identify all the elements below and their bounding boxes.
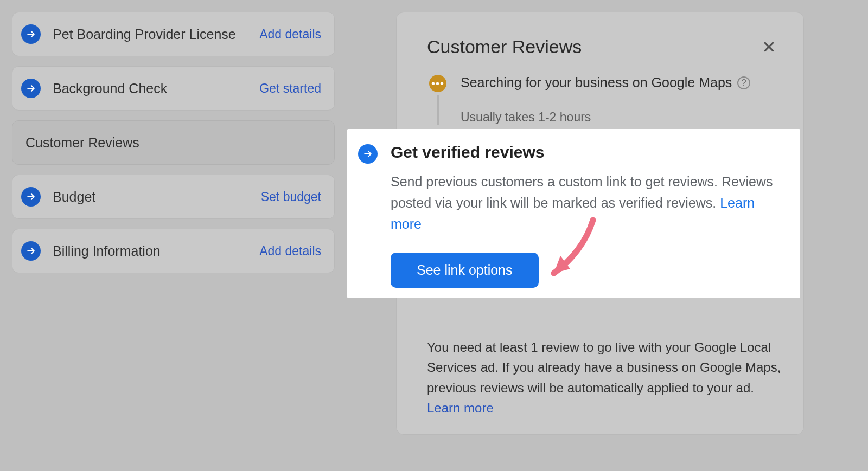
step-background-check[interactable]: Background Check Get started: [12, 66, 335, 111]
arrow-right-icon: [21, 187, 41, 207]
step-label: Billing Information: [53, 243, 247, 259]
arrow-right-icon: [21, 24, 41, 44]
step-billing-information[interactable]: Billing Information Add details: [12, 229, 335, 273]
add-details-link[interactable]: Add details: [259, 27, 321, 42]
step-budget[interactable]: Budget Set budget: [12, 175, 335, 219]
panel-header: Customer Reviews ✕: [427, 36, 782, 57]
get-verified-reviews-card: Get verified reviews Send previous custo…: [347, 129, 800, 298]
highlight-desc-text: Send previous customers a custom link to…: [391, 174, 773, 210]
arrow-right-icon: [358, 144, 378, 164]
step-label: Budget: [53, 189, 249, 205]
set-budget-link[interactable]: Set budget: [261, 190, 321, 204]
step-customer-reviews[interactable]: Customer Reviews: [12, 120, 335, 165]
panel-title: Customer Reviews: [427, 36, 582, 57]
arrow-right-icon: [21, 241, 41, 261]
reviews-requirement-note: You need at least 1 review to go live wi…: [427, 337, 782, 418]
step-rail: •••: [427, 75, 449, 125]
learn-more-link[interactable]: Learn more: [427, 401, 494, 415]
get-started-link[interactable]: Get started: [259, 81, 321, 96]
step-body: Searching for your business on Google Ma…: [461, 75, 782, 125]
timeline-line: [437, 95, 439, 125]
close-icon[interactable]: ✕: [762, 38, 776, 56]
see-link-options-button[interactable]: See link options: [391, 253, 539, 288]
step-label: Pet Boarding Provider License: [53, 27, 247, 42]
add-details-link[interactable]: Add details: [259, 244, 321, 259]
note-text: You need at least 1 review to go live wi…: [427, 340, 781, 395]
highlight-description: Send previous customers a custom link to…: [391, 171, 789, 234]
step-label: Background Check: [53, 81, 247, 96]
help-icon[interactable]: ?: [737, 76, 750, 89]
arrow-right-icon: [21, 79, 41, 98]
step-pet-boarding-license[interactable]: Pet Boarding Provider License Add detail…: [12, 12, 335, 56]
search-step-subtitle: Usually takes 1-2 hours: [461, 110, 782, 125]
search-step-row: ••• Searching for your business on Googl…: [427, 75, 782, 125]
step-label: Customer Reviews: [25, 135, 321, 151]
search-step-title: Searching for your business on Google Ma…: [461, 75, 732, 91]
steps-list: Pet Boarding Provider License Add detail…: [12, 12, 335, 273]
ellipsis-icon: •••: [429, 75, 446, 92]
highlight-title: Get verified reviews: [391, 143, 789, 162]
